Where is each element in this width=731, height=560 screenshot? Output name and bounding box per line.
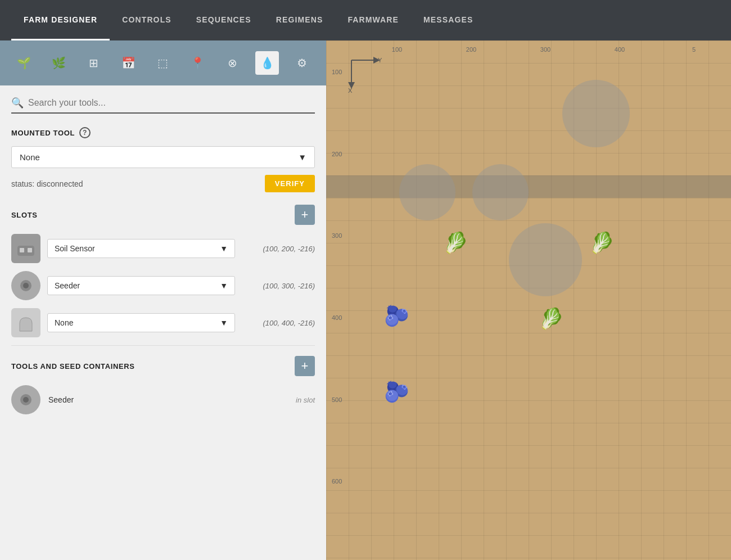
- panel-content: 🔍 MOUNTED TOOL ? None ▼ status: disconne…: [0, 85, 326, 560]
- plants-icon[interactable]: 🌱: [12, 51, 36, 75]
- map-circle-c1: [399, 164, 455, 220]
- ruler-y-mark: 600: [332, 478, 342, 560]
- water-icon[interactable]: 💧: [255, 51, 279, 75]
- map-circle-c2: [472, 164, 529, 220]
- seeder-slot-icon: [11, 271, 40, 300]
- search-row: 🔍: [11, 97, 315, 114]
- ruler-y-mark: 100: [332, 69, 342, 151]
- dark-band: [326, 175, 731, 198]
- nav-item-controls[interactable]: CONTROLS: [110, 0, 184, 40]
- pin-icon[interactable]: 📍: [186, 51, 210, 75]
- plant-p3: 🥬: [539, 307, 564, 331]
- slot-coords-slot-1: (100, 200, -216): [242, 245, 315, 253]
- slot-arrow-icon: ▼: [220, 244, 228, 253]
- nav-item-regimens[interactable]: REGIMENS: [264, 0, 336, 40]
- tool-status-tool-seeder: in slot: [296, 396, 315, 404]
- ruler-x-mark: 200: [434, 46, 508, 53]
- map-grid: [326, 40, 731, 560]
- select-icon[interactable]: ⬚: [151, 51, 175, 75]
- mounted-tool-value: None: [20, 152, 40, 162]
- slot-item-slot-2: Seeder▼(100, 300, -216): [11, 271, 315, 300]
- nav-item-farmware[interactable]: FARMWARE: [335, 0, 411, 40]
- grid-icon[interactable]: ⊞: [82, 51, 105, 75]
- ruler-y-mark: 300: [332, 232, 342, 314]
- svg-point-6: [23, 397, 29, 403]
- ruler-top: 1002003004005: [326, 46, 731, 53]
- mounted-tool-dropdown[interactable]: None ▼: [11, 146, 315, 168]
- slot-item-slot-1: Soil Sensor▼(100, 200, -216): [11, 234, 315, 263]
- help-icon[interactable]: ?: [79, 127, 91, 138]
- toolbar: 🌱🌿⊞📅⬚📍⊗💧⚙: [0, 40, 326, 85]
- svg-point-4: [23, 283, 29, 288]
- none-slot-slot-icon: [11, 308, 40, 337]
- status-text: status: disconnected: [11, 179, 83, 188]
- nav-item-sequences[interactable]: SEQUENCES: [184, 0, 264, 40]
- nav-item-messages[interactable]: MESSAGES: [411, 0, 485, 40]
- divider: [11, 345, 315, 346]
- tools-title: TOOLS AND SEED CONTAINERS: [11, 362, 135, 371]
- top-nav: FARM DESIGNERCONTROLSSEQUENCESREGIMENSFA…: [0, 0, 731, 40]
- plant-p5: 🫐: [384, 380, 409, 404]
- ruler-x-mark: 400: [583, 46, 657, 53]
- nav-item-farm-designer[interactable]: FARM DESIGNER: [11, 0, 110, 40]
- axis-arrows: Y X: [346, 55, 391, 102]
- calendar-icon[interactable]: 📅: [116, 51, 140, 75]
- mounted-tool-arrow-icon: ▼: [298, 152, 306, 162]
- crops-icon[interactable]: 🌿: [47, 51, 71, 75]
- add-tool-button[interactable]: +: [295, 356, 315, 376]
- ruler-x-mark: 5: [657, 46, 731, 53]
- tool-icon-tool-seeder: [11, 385, 40, 414]
- slot-dropdown-slot-3[interactable]: None▼: [47, 313, 235, 332]
- slot-tool-name: Seeder: [55, 281, 80, 290]
- tool-name-tool-seeder: Seeder: [48, 395, 74, 404]
- verify-button[interactable]: VERIFY: [265, 175, 315, 192]
- plant-p1: 🥬: [443, 231, 468, 255]
- slot-item-slot-3: None▼(100, 400, -216): [11, 308, 315, 337]
- search-input[interactable]: [28, 98, 315, 108]
- map-circle-c3: [509, 223, 582, 296]
- settings-icon[interactable]: ⚙: [290, 51, 314, 75]
- ruler-y-mark: 400: [332, 314, 342, 396]
- search-icon: 🔍: [11, 97, 24, 109]
- slot-coords-slot-2: (100, 300, -216): [242, 282, 315, 290]
- tool-item-tool-seeder: Seederin slot: [11, 385, 315, 414]
- mounted-tool-title: MOUNTED TOOL: [11, 129, 75, 137]
- no-entry-icon[interactable]: ⊗: [220, 51, 244, 75]
- left-panel: 🌱🌿⊞📅⬚📍⊗💧⚙ 🔍 MOUNTED TOOL ? None ▼ status…: [0, 40, 326, 560]
- slot-dropdown-slot-2[interactable]: Seeder▼: [47, 276, 235, 295]
- slot-coords-slot-3: (100, 400, -216): [242, 319, 315, 327]
- slot-arrow-icon: ▼: [220, 281, 228, 290]
- svg-rect-2: [28, 248, 32, 252]
- ruler-left: 100200300400500600: [332, 40, 342, 560]
- slot-arrow-icon: ▼: [220, 318, 228, 327]
- slot-tool-name: None: [55, 318, 73, 327]
- main-layout: 🌱🌿⊞📅⬚📍⊗💧⚙ 🔍 MOUNTED TOOL ? None ▼ status…: [0, 40, 731, 560]
- ruler-y-mark: 200: [332, 151, 342, 233]
- ruler-y-mark: 500: [332, 396, 342, 478]
- add-slot-button[interactable]: +: [295, 205, 315, 225]
- plant-p2: 🥬: [589, 231, 615, 255]
- slots-title: SLOTS: [11, 211, 38, 219]
- map-panel: 1002003004005100200300400500600 Y X 🥬🥬🥬🫐…: [326, 40, 731, 560]
- status-row: status: disconnected VERIFY: [11, 175, 315, 192]
- slot-dropdown-slot-1[interactable]: Soil Sensor▼: [47, 239, 235, 258]
- ruler-x-mark: 300: [508, 46, 583, 53]
- map-circle-c4: [562, 80, 630, 147]
- svg-rect-1: [20, 248, 24, 252]
- plant-p4: 🫐: [384, 304, 409, 328]
- slot-tool-name: Soil Sensor: [55, 244, 95, 253]
- slots-list: Soil Sensor▼(100, 200, -216) Seeder▼(100…: [11, 234, 315, 337]
- tools-list: Seederin slot: [11, 385, 315, 414]
- svg-text:X: X: [348, 87, 353, 94]
- mounted-tool-section: MOUNTED TOOL ?: [11, 127, 315, 138]
- ruler-x-mark: 100: [360, 46, 434, 53]
- svg-text:Y: Y: [378, 57, 382, 64]
- slots-header: SLOTS +: [11, 205, 315, 225]
- soil-sensor-slot-icon: [11, 234, 40, 263]
- tools-header: TOOLS AND SEED CONTAINERS +: [11, 356, 315, 376]
